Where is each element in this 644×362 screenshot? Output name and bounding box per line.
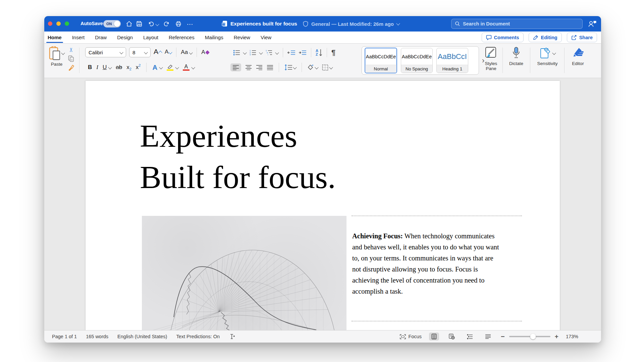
multilevel-list-icon[interactable]: 1ai <box>265 50 273 56</box>
decrease-indent-icon[interactable] <box>287 50 296 55</box>
share-button[interactable]: Share <box>567 33 597 42</box>
show-paragraph-marks-button[interactable]: ¶ <box>331 48 335 57</box>
strikethrough-button[interactable]: ab <box>116 64 122 71</box>
page-count[interactable]: Page 1 of 1 <box>52 334 77 339</box>
presence-share-icon[interactable] <box>588 19 597 28</box>
highlight-chevron-icon[interactable] <box>175 65 179 69</box>
bold-button[interactable]: B <box>88 64 92 71</box>
tab-references[interactable]: References <box>168 32 195 43</box>
zoom-slider-thumb[interactable] <box>530 334 536 340</box>
autosave-toggle[interactable]: ON <box>103 20 121 27</box>
align-center-button[interactable] <box>245 65 252 70</box>
paste-button[interactable]: Paste <box>49 46 64 67</box>
align-right-button[interactable] <box>256 65 263 70</box>
style-card-normal[interactable]: AaBbCcDdEe Normal <box>365 48 397 73</box>
document-status[interactable]: General — Last Modified: 26m ago <box>311 21 394 27</box>
zoom-in-button[interactable]: + <box>555 333 558 340</box>
close-window-button[interactable] <box>48 21 52 26</box>
zoom-slider[interactable] <box>509 336 550 337</box>
change-case-button[interactable]: Aa <box>181 49 192 56</box>
italic-button[interactable]: I <box>96 64 98 71</box>
shading-button[interactable] <box>307 64 318 70</box>
subscript-button[interactable]: x2 <box>126 64 131 71</box>
line-spacing-button[interactable] <box>284 64 296 70</box>
document-title[interactable]: Experiences built for focus <box>230 21 297 27</box>
undo-icon[interactable] <box>148 20 154 27</box>
tab-layout[interactable]: Layout <box>143 32 159 43</box>
cut-icon[interactable]: ✂ <box>68 47 75 52</box>
text-effects-button[interactable]: A <box>152 64 157 71</box>
save-icon[interactable] <box>136 20 143 27</box>
draft-view-button[interactable] <box>483 333 493 340</box>
home-icon[interactable] <box>126 20 132 27</box>
undo-dropdown-chevron-icon[interactable] <box>156 23 159 25</box>
paste-dropdown-chevron-icon[interactable] <box>61 51 65 55</box>
body-text-column[interactable]: Achieving Focus: When technology communi… <box>352 231 527 297</box>
font-color-chevron-icon[interactable] <box>191 65 195 69</box>
document-page[interactable]: Experiences Built for focus. Achieving F… <box>86 81 560 330</box>
copy-icon[interactable] <box>68 55 74 62</box>
editor-button[interactable]: Editor <box>566 47 590 66</box>
sort-button[interactable]: AZ <box>316 49 322 56</box>
tab-home[interactable]: Home <box>47 32 62 43</box>
tab-insert[interactable]: Insert <box>71 32 86 43</box>
print-icon[interactable] <box>175 20 182 27</box>
bullet-list-icon[interactable] <box>233 50 240 56</box>
status-dropdown-chevron-icon[interactable] <box>396 21 400 25</box>
font-name-select[interactable]: Calibri <box>85 47 126 57</box>
outline-view-button[interactable] <box>465 333 475 340</box>
minimize-window-button[interactable] <box>56 21 61 26</box>
style-card-heading1[interactable]: AaBbCcI Heading 1 <box>436 48 468 73</box>
increase-indent-icon[interactable] <box>299 50 307 55</box>
underline-dropdown-chevron-icon[interactable] <box>108 65 112 69</box>
redo-icon[interactable] <box>163 20 170 27</box>
numbered-list-chevron-icon[interactable] <box>259 51 263 54</box>
bullet-list-chevron-icon[interactable] <box>243 51 247 54</box>
numbered-list-icon[interactable]: 123 <box>249 50 257 56</box>
zoom-level[interactable]: 173% <box>566 334 578 339</box>
borders-icon <box>322 64 328 71</box>
web-layout-view-button[interactable] <box>446 333 457 341</box>
sensitivity-icon <box>540 47 551 59</box>
sensitivity-button[interactable]: Sensitivity <box>531 47 564 66</box>
tab-review[interactable]: Review <box>233 32 251 43</box>
more-commands-icon[interactable]: … <box>186 19 194 26</box>
style-card-no-spacing[interactable]: AaBbCcDdEe No Spacing <box>401 48 433 73</box>
borders-button[interactable] <box>322 64 332 71</box>
tab-mailings[interactable]: Mailings <box>204 32 224 43</box>
grow-font-button[interactable]: A <box>154 48 162 57</box>
document-canvas[interactable]: Experiences Built for focus. Achieving F… <box>44 78 601 330</box>
toggle-knob <box>114 21 120 27</box>
comments-button[interactable]: Comments <box>482 33 524 42</box>
editing-button[interactable]: Editing <box>529 33 562 42</box>
underline-button[interactable]: U <box>103 64 107 71</box>
shrink-font-button[interactable]: A <box>165 49 172 56</box>
text-predictions-indicator[interactable]: Text Predictions: On <box>176 334 220 339</box>
justify-button[interactable] <box>267 65 273 70</box>
superscript-button[interactable]: x2 <box>136 64 141 71</box>
document-heading[interactable]: Experiences Built for focus. <box>140 115 336 198</box>
print-layout-view-button[interactable] <box>429 333 439 341</box>
language-indicator[interactable]: English (United States) <box>117 334 167 339</box>
dictate-button[interactable]: Dictate <box>504 47 528 66</box>
styles-pane-button[interactable]: StylesPane <box>480 47 502 71</box>
word-count[interactable]: 165 words <box>86 334 108 339</box>
editor-icon <box>572 47 584 59</box>
search-input[interactable]: Search in Document <box>451 19 583 29</box>
font-color-button[interactable]: A <box>183 64 190 71</box>
align-left-button[interactable] <box>230 63 241 71</box>
text-predictions-icon[interactable] <box>229 334 235 339</box>
multilevel-list-chevron-icon[interactable] <box>275 51 279 54</box>
document-image[interactable] <box>142 216 346 330</box>
zoom-window-button[interactable] <box>65 21 69 26</box>
highlight-button[interactable] <box>167 64 173 71</box>
zoom-out-button[interactable]: − <box>501 333 505 341</box>
clear-formatting-button[interactable]: A <box>201 49 209 56</box>
tab-design[interactable]: Design <box>116 32 133 43</box>
focus-mode-button[interactable]: Focus <box>400 334 422 339</box>
text-effects-chevron-icon[interactable] <box>159 65 163 69</box>
format-painter-icon[interactable] <box>68 64 74 71</box>
tab-draw[interactable]: Draw <box>94 32 107 43</box>
tab-view[interactable]: View <box>260 32 272 43</box>
font-size-select[interactable]: 8 <box>129 47 151 57</box>
